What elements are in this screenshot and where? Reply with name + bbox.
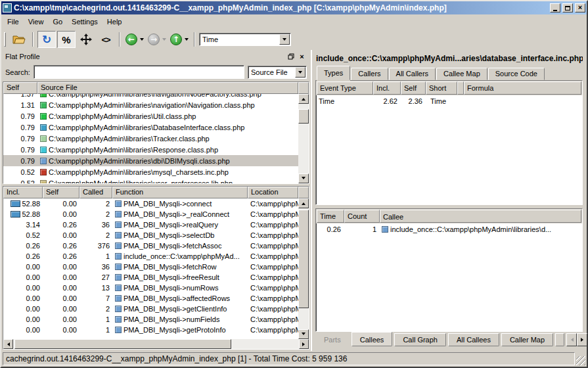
reload-button[interactable]: ↻ — [37, 31, 56, 48]
scroll-right-button[interactable] — [299, 339, 309, 349]
table-row[interactable]: 52.880.002PMA_DBI_Mysqli->connectC:\xamp… — [3, 198, 298, 209]
tab-all-callers[interactable]: All Callers — [389, 68, 436, 80]
scroll-thumb[interactable] — [298, 210, 309, 308]
table-row[interactable]: 0.000.0013PMA_DBI_Mysqli->numRowsC:\xamp… — [3, 283, 298, 293]
column-header-incl[interactable]: Incl. — [373, 81, 401, 95]
scroll-thumb[interactable] — [14, 339, 231, 349]
event-type-row[interactable]: Time 2.62 2.36 Time — [316, 95, 582, 106]
scroll-track[interactable] — [298, 104, 309, 173]
table-row[interactable]: 1.37C:\xampp\phpMyAdmin\libraries\naviga… — [3, 94, 298, 99]
up-button[interactable]: ↑ — [170, 34, 189, 45]
close-dock-button[interactable]: × — [297, 52, 307, 61]
column-header-source-file[interactable]: Source File — [37, 82, 298, 94]
table-row[interactable]: 0.520.002PMA_DBI_Mysqli->selectDbC:\xamp… — [3, 230, 298, 241]
table-row[interactable]: 0.52C:\xampp\phpMyAdmin\libraries\user_p… — [3, 177, 298, 183]
back-button[interactable]: ← — [125, 34, 144, 45]
menu-view[interactable]: View — [24, 16, 49, 28]
function-vertical-scrollbar[interactable] — [298, 198, 309, 339]
tab-caller-map[interactable]: Caller Map — [501, 333, 553, 346]
scroll-down-button[interactable] — [298, 329, 309, 339]
menu-file[interactable]: File — [3, 16, 24, 28]
column-header-short[interactable]: Short — [426, 81, 457, 95]
column-header-blank[interactable] — [457, 81, 464, 95]
float-dock-button[interactable] — [286, 52, 296, 61]
table-row[interactable]: 0.000.0027PMA_DBI_Mysqli->freeResultC:\x… — [3, 272, 298, 283]
expand-cost-button[interactable] — [77, 31, 95, 48]
column-header-event-type[interactable]: Event Type — [317, 81, 373, 95]
event-type-select[interactable]: Time — [199, 33, 291, 46]
relative-cost-button[interactable]: <> — [97, 31, 115, 48]
table-row[interactable]: 0.260.261include_once::C:\xampp\phpMyAd.… — [3, 251, 298, 262]
column-header-callee[interactable]: Callee — [380, 210, 581, 223]
column-header-incl[interactable]: Incl. — [3, 187, 43, 198]
column-header-location[interactable]: Location — [248, 187, 298, 198]
minimize-button[interactable] — [550, 3, 560, 12]
scroll-thumb[interactable] — [298, 109, 309, 124]
menu-settings[interactable]: Settings — [67, 16, 102, 28]
column-header-self[interactable]: Self — [43, 187, 79, 198]
column-header-count[interactable]: Count — [344, 210, 380, 223]
scroll-up-button[interactable] — [298, 198, 309, 208]
column-header-self[interactable]: Self — [3, 82, 37, 94]
table-row[interactable]: 3.140.2636PMA_DBI_Mysqli->realQueryC:\xa… — [3, 219, 298, 230]
scroll-track[interactable] — [298, 208, 309, 329]
search-input[interactable] — [34, 65, 244, 79]
tab-callers[interactable]: Callers — [351, 68, 388, 80]
open-file-button[interactable] — [10, 31, 28, 48]
column-header-time[interactable]: Time — [317, 210, 344, 223]
tab-source-code[interactable]: Source Code — [488, 68, 545, 80]
tab-callees[interactable]: Callees — [351, 332, 393, 346]
self-cost-cell: 0.79 — [3, 157, 37, 165]
menu-help[interactable]: Help — [102, 16, 127, 28]
table-row[interactable]: 52.880.002PMA_DBI_Mysqli->_realConnectC:… — [3, 209, 298, 219]
function-horizontal-scrollbar[interactable] — [3, 339, 309, 349]
column-header-formula[interactable]: Formula — [464, 81, 581, 95]
table-row[interactable]: 1.31C:\xampp\phpMyAdmin\libraries\naviga… — [3, 99, 298, 110]
table-row[interactable]: 0.000.001PMA_DBI_Mysqli->numFieldsC:\xam… — [3, 314, 298, 325]
percent-toggle-button[interactable]: % — [57, 31, 76, 48]
tab-scroll-right-button[interactable] — [577, 333, 587, 346]
forward-button[interactable]: → — [148, 34, 166, 45]
tab-types[interactable]: Types — [317, 66, 350, 80]
back-dropdown-icon[interactable] — [140, 38, 144, 43]
scroll-track[interactable] — [13, 339, 299, 349]
tab-call-graph[interactable]: Call Graph — [394, 333, 446, 346]
maximize-button[interactable] — [562, 3, 573, 12]
table-row[interactable]: 0.000.002PMA_DBI_Mysqli->getClientInfoC:… — [3, 304, 298, 314]
tab-machine[interactable]: Machine — [555, 333, 564, 346]
scroll-up-button[interactable] — [298, 94, 309, 104]
dock-title-bar[interactable]: Flat Profile × — [3, 50, 309, 62]
callee-row[interactable]: 0.26 1 include_once::C:\xampp\phpMyAdmin… — [316, 223, 582, 235]
title-bar[interactable]: C:\xampp\tmp\cachegrind.out.1416463299-C… — [1, 1, 587, 14]
function-icon — [115, 327, 122, 333]
toolbar-handle[interactable] — [4, 32, 6, 47]
source-vertical-scrollbar[interactable] — [298, 94, 309, 183]
column-header-self[interactable]: Self — [401, 81, 426, 95]
table-row[interactable]: 0.79C:\xampp\phpMyAdmin\libraries\Databa… — [3, 122, 298, 133]
scroll-left-button[interactable] — [3, 339, 13, 349]
group-by-dropdown-button[interactable] — [295, 67, 305, 78]
menu-go[interactable]: Go — [48, 16, 67, 28]
table-row[interactable]: 0.260.26376PMA_DBI_Mysqli->fetchAssocC:\… — [3, 241, 298, 251]
table-row[interactable]: 0.52C:\xampp\phpMyAdmin\libraries\mysql_… — [3, 166, 298, 177]
tab-callee-map[interactable]: Callee Map — [436, 68, 487, 80]
column-header-called[interactable]: Called — [79, 187, 112, 198]
table-row[interactable]: 0.79C:\xampp\phpMyAdmin\libraries\Respon… — [3, 144, 298, 155]
group-by-select[interactable]: Source File — [248, 66, 307, 79]
table-row[interactable]: 0.79C:\xampp\phpMyAdmin\libraries\dbi\DB… — [3, 155, 298, 166]
source-file-cell: C:\xampp\phpMyAdmin\libraries\Tracker.cl… — [37, 135, 298, 143]
table-row[interactable]: 0.000.001PMA_DBI_Mysqli->getProtoInfoC:\… — [3, 325, 298, 335]
tab-scroll-left-button[interactable] — [566, 333, 577, 346]
close-button[interactable]: × — [575, 3, 585, 12]
table-row[interactable]: 0.000.0036PMA_DBI_Mysqli->fetchRowC:\xam… — [3, 262, 298, 272]
table-row[interactable]: 0.000.007PMA_DBI_Mysqli->affectedRowsC:\… — [3, 293, 298, 304]
table-row[interactable]: 0.79C:\xampp\phpMyAdmin\libraries\Util.c… — [3, 110, 298, 122]
column-header-function[interactable]: Function — [112, 187, 248, 198]
tab-all-callees[interactable]: All Callees — [448, 333, 499, 346]
event-type-dropdown-button[interactable] — [279, 34, 290, 45]
resize-grip[interactable] — [576, 356, 585, 365]
up-dropdown-icon[interactable] — [185, 38, 189, 43]
table-row[interactable]: 0.79C:\xampp\phpMyAdmin\libraries\Tracke… — [3, 133, 298, 144]
forward-dropdown-icon[interactable] — [162, 38, 166, 43]
scroll-down-button[interactable] — [298, 173, 309, 183]
